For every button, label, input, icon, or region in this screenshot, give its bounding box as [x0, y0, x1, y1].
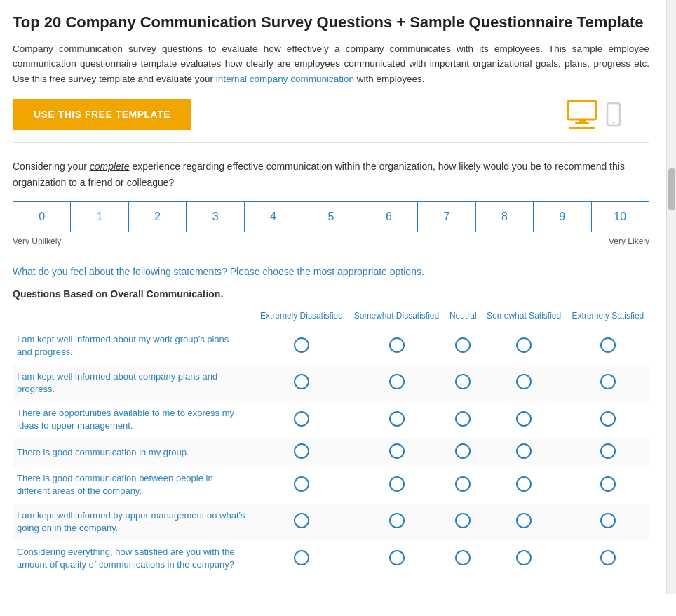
radio-cell-r4-c3[interactable] [481, 467, 567, 503]
radio-cell-r1-c1[interactable] [349, 365, 445, 401]
radio-r5-c2[interactable] [455, 513, 471, 528]
radio-r1-c0[interactable] [294, 374, 309, 389]
scrollbar[interactable] [666, 0, 676, 594]
nps-cell-2[interactable]: 2 [129, 202, 187, 232]
nps-cell-1[interactable]: 1 [71, 202, 128, 232]
radio-cell-r4-c1[interactable] [349, 467, 445, 503]
nps-cell-7[interactable]: 7 [418, 202, 475, 232]
radio-cell-r6-c4[interactable] [567, 540, 649, 577]
radio-r4-c3[interactable] [516, 476, 532, 492]
row-question-2: There are opportunities available to me … [13, 401, 255, 438]
mobile-svg [606, 102, 621, 127]
nps-cell-0[interactable]: 0 [13, 202, 71, 232]
radio-r0-c3[interactable] [516, 337, 532, 353]
radio-r4-c1[interactable] [389, 476, 405, 492]
radio-cell-r6-c0[interactable] [255, 540, 349, 577]
radio-r2-c2[interactable] [455, 411, 471, 427]
col-header-neutral: Neutral [445, 308, 481, 328]
radio-cell-r5-c1[interactable] [349, 504, 445, 540]
radio-r2-c1[interactable] [389, 411, 405, 427]
radio-cell-r4-c2[interactable] [445, 467, 481, 503]
radio-cell-r6-c2[interactable] [445, 540, 481, 577]
radio-r5-c1[interactable] [389, 513, 405, 528]
scrollbar-thumb[interactable] [668, 168, 675, 210]
radio-r0-c0[interactable] [294, 337, 309, 353]
radio-cell-r5-c2[interactable] [445, 504, 481, 540]
radio-cell-r6-c3[interactable] [481, 540, 567, 577]
radio-cell-r2-c4[interactable] [567, 401, 649, 438]
radio-cell-r0-c2[interactable] [445, 328, 481, 364]
radio-cell-r5-c4[interactable] [567, 504, 649, 540]
mobile-icon[interactable] [606, 102, 621, 129]
radio-cell-r5-c3[interactable] [481, 504, 567, 540]
nps-cell-8[interactable]: 8 [476, 202, 534, 232]
radio-cell-r2-c1[interactable] [349, 401, 445, 438]
radio-r3-c3[interactable] [516, 443, 532, 459]
radio-cell-r6-c1[interactable] [349, 540, 445, 577]
radio-r2-c3[interactable] [516, 411, 532, 427]
nps-cell-3[interactable]: 3 [187, 202, 244, 232]
radio-r0-c2[interactable] [455, 337, 471, 353]
radio-r3-c4[interactable] [600, 443, 616, 459]
table-row: I am kept well informed by upper managem… [13, 504, 649, 540]
radio-r1-c3[interactable] [516, 374, 532, 389]
radio-r0-c1[interactable] [389, 337, 405, 353]
table-row: There is good communication between peop… [13, 467, 649, 503]
radio-cell-r3-c4[interactable] [567, 438, 649, 467]
nps-emphasis: complete [90, 161, 130, 172]
radio-cell-r1-c2[interactable] [445, 365, 481, 401]
col-header-ext-satisfied: Extremely Satisfied [567, 308, 649, 328]
radio-r6-c4[interactable] [600, 550, 616, 565]
radio-r6-c2[interactable] [455, 550, 471, 565]
radio-r3-c1[interactable] [389, 443, 405, 459]
radio-cell-r2-c0[interactable] [255, 401, 349, 438]
nps-cell-4[interactable]: 4 [245, 202, 302, 232]
svg-rect-2 [575, 122, 589, 124]
radio-r6-c0[interactable] [294, 550, 309, 565]
svg-rect-1 [579, 119, 586, 122]
nps-cell-10[interactable]: 10 [592, 202, 649, 232]
nps-cell-9[interactable]: 9 [534, 202, 591, 232]
radio-cell-r3-c2[interactable] [445, 438, 481, 467]
radio-r6-c1[interactable] [389, 550, 405, 565]
radio-cell-r4-c0[interactable] [255, 467, 349, 503]
radio-cell-r2-c2[interactable] [445, 401, 481, 438]
col-header-smw-dissatisfied: Somewhat Dissatisfied [349, 308, 445, 328]
radio-cell-r3-c1[interactable] [349, 438, 445, 467]
radio-cell-r5-c0[interactable] [255, 504, 349, 540]
radio-cell-r4-c4[interactable] [567, 467, 649, 503]
radio-cell-r1-c3[interactable] [481, 365, 567, 401]
radio-r6-c3[interactable] [516, 550, 532, 565]
nps-cell-6[interactable]: 6 [360, 202, 418, 232]
radio-r4-c2[interactable] [455, 476, 471, 492]
radio-r0-c4[interactable] [600, 337, 616, 353]
radio-cell-r0-c0[interactable] [255, 328, 349, 364]
radio-r4-c0[interactable] [294, 476, 309, 492]
radio-r3-c2[interactable] [455, 443, 471, 459]
radio-cell-r0-c3[interactable] [481, 328, 567, 364]
radio-r5-c4[interactable] [600, 513, 616, 528]
radio-r2-c4[interactable] [600, 411, 616, 427]
radio-cell-r2-c3[interactable] [481, 401, 567, 438]
nps-cell-5[interactable]: 5 [302, 202, 360, 232]
radio-cell-r1-c4[interactable] [567, 365, 649, 401]
use-template-button[interactable]: USE THIS FREE TEMPLATE [13, 99, 191, 130]
radio-r5-c3[interactable] [516, 513, 532, 528]
radio-cell-r3-c3[interactable] [481, 438, 567, 467]
monitor-svg [567, 100, 597, 125]
radio-r1-c2[interactable] [455, 374, 471, 389]
radio-r2-c0[interactable] [294, 411, 309, 427]
internal-link[interactable]: internal company communication [216, 74, 354, 84]
radio-cell-r1-c0[interactable] [255, 365, 349, 401]
radio-r5-c0[interactable] [294, 513, 309, 528]
row-question-1: I am kept well informed about company pl… [13, 365, 255, 401]
radio-cell-r0-c4[interactable] [567, 328, 649, 364]
radio-r4-c4[interactable] [600, 476, 616, 492]
radio-cell-r0-c1[interactable] [349, 328, 445, 364]
radio-cell-r3-c0[interactable] [255, 438, 349, 467]
radio-r1-c4[interactable] [600, 374, 616, 389]
radio-r3-c0[interactable] [294, 443, 309, 459]
radio-r1-c1[interactable] [389, 374, 405, 389]
monitor-icon[interactable] [567, 100, 597, 129]
table-row: Considering everything, how satisfied ar… [13, 540, 649, 577]
